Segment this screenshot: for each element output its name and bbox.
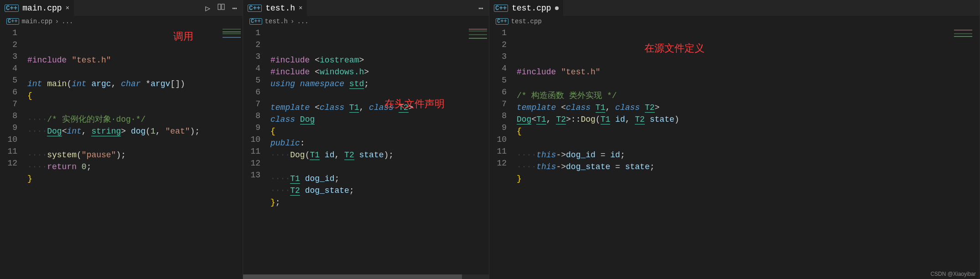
line-number: 8 [243,110,260,122]
code-line[interactable]: } [517,173,952,185]
breadcrumb[interactable]: C++ main.cpp › ... [0,16,243,27]
tab-bar: C++ test.h × ⋯ [243,0,489,16]
cpp-file-icon: C++ [494,5,508,12]
code-line[interactable]: #include "test.h" [517,66,952,78]
code-line[interactable]: template <class T1, class T2> [517,102,952,114]
close-icon[interactable]: × [66,5,69,12]
line-number: 2 [243,39,260,51]
line-number: 13 [243,169,260,181]
tab-test-cpp[interactable]: C++ test.cpp [489,0,563,16]
minimap[interactable] [952,27,980,279]
line-number: 9 [243,122,260,134]
code-line[interactable]: } [27,173,221,185]
code-line[interactable] [27,137,221,149]
line-number: 12 [489,157,507,169]
line-number: 12 [0,157,17,169]
code-line[interactable]: using namespace std; [270,78,467,90]
run-button[interactable]: ▷ [205,3,210,13]
code-line[interactable]: ····system("pause"); [27,149,221,161]
code-line[interactable]: Dog<T1, T2>::Dog(T1 id, T2 state) [517,114,952,125]
line-number: 11 [0,145,17,157]
split-editor-button[interactable] [218,3,225,13]
code-line[interactable]: ····Dog(T1 id, T2 state); [270,149,467,161]
code-line[interactable]: }; [270,196,467,208]
code-line[interactable]: #include "test.h" [27,54,221,66]
tab-main-cpp[interactable]: C++ main.cpp × [0,0,74,16]
code-line[interactable] [517,78,952,90]
code-line[interactable] [270,90,467,102]
code-line[interactable]: /* 构造函数 类外实现 */ [517,90,952,102]
breadcrumb-rest: ... [297,18,308,25]
code-line[interactable]: ····T2 dog_state; [270,185,467,196]
editor-pane-test-cpp: C++ test.cpp C++ test.cpp 12345678910111… [489,0,980,279]
minimap[interactable] [221,27,243,279]
code-editor[interactable]: 123456789101112 调用 #include "test.h"int … [0,27,243,279]
breadcrumb[interactable]: C++ test.h › ... [243,16,489,27]
line-number: 5 [489,74,507,86]
line-number: 2 [0,39,17,51]
breadcrumb[interactable]: C++ test.cpp [489,16,980,27]
line-number: 9 [0,122,17,134]
line-number: 8 [0,110,17,122]
line-number: 12 [243,157,260,169]
code-area[interactable]: 在源文件定义 #include "test.h"/* 构造函数 类外实现 */t… [517,27,952,279]
chevron-right-icon: › [55,18,59,25]
tab-bar: C++ main.cpp × ▷ ⋯ [0,0,243,16]
more-actions-button[interactable]: ⋯ [478,3,483,13]
code-line[interactable] [27,66,221,78]
code-line[interactable]: #include <iostream> [270,54,467,66]
line-number: 1 [243,27,260,39]
code-line[interactable]: ····Dog<int, string> dog(1, "eat"); [27,125,221,137]
minimap[interactable] [467,27,489,279]
code-line[interactable] [270,161,467,173]
code-line[interactable]: ····return 0; [27,161,221,173]
breadcrumb-file: test.h [265,18,288,25]
line-number: 10 [243,134,260,145]
editor-pane-main: C++ main.cpp × ▷ ⋯ C++ main.cpp › ... 12… [0,0,243,279]
code-line[interactable]: { [517,125,952,137]
tab-bar: C++ test.cpp [489,0,980,16]
horizontal-scrollbar[interactable] [243,274,489,279]
code-line[interactable]: ····this->dog_id = id; [517,149,952,161]
code-line[interactable] [27,102,221,114]
code-line[interactable]: ····T1 dog_id; [270,173,467,185]
line-gutter: 123456789101112 [489,27,517,279]
line-number: 6 [243,86,260,98]
line-number: 3 [489,51,507,62]
unsaved-dot-icon[interactable] [555,6,559,10]
code-line[interactable]: int main(int argc, char *argv[]) [27,78,221,90]
svg-rect-0 [218,4,221,10]
line-number: 8 [489,110,507,122]
code-line[interactable]: { [27,90,221,102]
code-area[interactable]: 调用 #include "test.h"int main(int argc, c… [27,27,221,279]
tab-test-h[interactable]: C++ test.h × [243,0,307,16]
code-line[interactable] [517,185,952,196]
code-line[interactable] [27,185,221,196]
code-line[interactable] [517,137,952,149]
code-area[interactable]: 在头文件声明 #include <iostream>#include <wind… [270,27,467,279]
line-number: 1 [489,27,507,39]
code-line[interactable]: ····this->dog_state = state; [517,161,952,173]
line-number: 7 [0,98,17,110]
line-number: 5 [243,74,260,86]
line-number: 10 [0,134,17,145]
cpp-file-icon: C++ [6,18,19,25]
code-line[interactable] [517,54,952,66]
code-line[interactable]: ····/* 实例化的对象·dog·*/ [27,114,221,125]
code-line[interactable]: { [270,125,467,137]
code-editor[interactable]: 12345678910111213 在头文件声明 #include <iostr… [243,27,489,279]
line-number: 9 [489,122,507,134]
cpp-file-icon: C++ [248,5,262,12]
code-line[interactable]: public: [270,137,467,149]
more-actions-button[interactable]: ⋯ [232,3,237,13]
line-number: 1 [0,27,17,39]
cpp-file-icon: C++ [249,18,262,25]
annotation-label: 调用 [173,30,193,43]
code-line[interactable]: class Dog [270,114,467,125]
code-editor[interactable]: 123456789101112 在源文件定义 #include "test.h"… [489,27,980,279]
code-line[interactable]: #include <windows.h> [270,66,467,78]
close-icon[interactable]: × [299,5,302,12]
code-line[interactable]: template <class T1, class T2> [270,102,467,114]
cpp-file-icon: C++ [496,18,508,25]
svg-rect-1 [222,4,224,10]
